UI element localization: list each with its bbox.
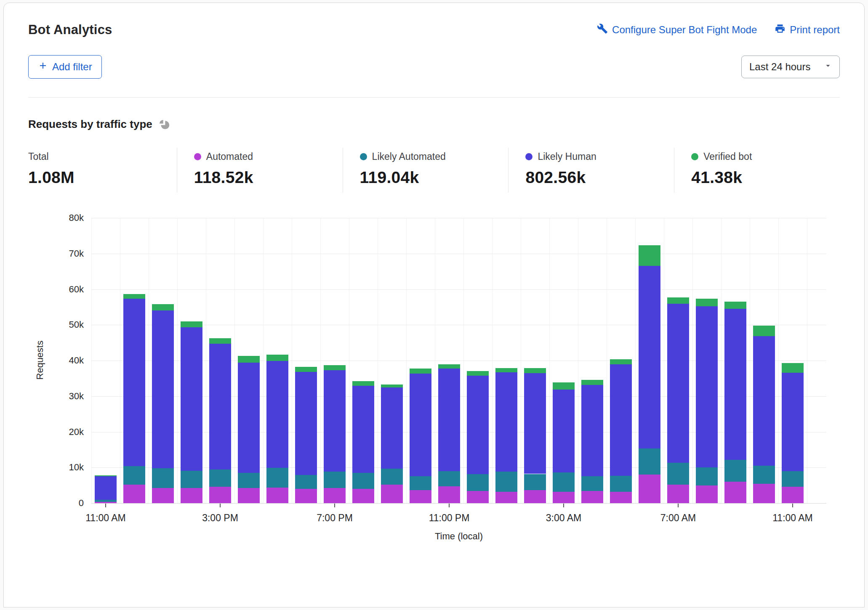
bar-segment-likely-human[interactable]: [581, 385, 603, 477]
bar-segment-likely-human[interactable]: [639, 266, 660, 448]
bar-segment-automated[interactable]: [467, 491, 489, 503]
bar-segment-verified-bot[interactable]: [95, 475, 117, 476]
bar-segment-likely-human[interactable]: [696, 306, 718, 467]
bar-segment-likely-automated[interactable]: [753, 466, 775, 484]
bar-segment-likely-automated[interactable]: [324, 472, 346, 488]
bar-segment-verified-bot[interactable]: [238, 356, 260, 363]
bar-segment-verified-bot[interactable]: [782, 363, 804, 373]
bar-segment-verified-bot[interactable]: [753, 326, 775, 336]
bar-segment-verified-bot[interactable]: [553, 382, 575, 390]
bar-segment-automated[interactable]: [324, 488, 346, 503]
bar-segment-likely-automated[interactable]: [495, 472, 517, 491]
bar-segment-likely-automated[interactable]: [352, 473, 374, 489]
bar-segment-automated[interactable]: [753, 484, 775, 503]
bar-segment-verified-bot[interactable]: [295, 367, 317, 372]
bar-segment-likely-automated[interactable]: [581, 476, 603, 491]
bar-segment-likely-automated[interactable]: [639, 448, 660, 475]
bar-segment-likely-automated[interactable]: [181, 471, 202, 488]
bar-segment-verified-bot[interactable]: [524, 368, 546, 373]
bar-segment-automated[interactable]: [610, 492, 632, 503]
bar-segment-likely-human[interactable]: [181, 327, 202, 471]
bar-segment-verified-bot[interactable]: [324, 365, 346, 370]
bar-segment-likely-automated[interactable]: [438, 471, 460, 486]
bar-segment-likely-automated[interactable]: [553, 472, 575, 492]
bar-segment-automated[interactable]: [381, 485, 403, 503]
stat-likely-automated[interactable]: Likely Automated 119.04k: [343, 148, 509, 193]
bar-segment-likely-human[interactable]: [553, 390, 575, 472]
bar-segment-verified-bot[interactable]: [724, 302, 746, 309]
stat-automated[interactable]: Automated 118.52k: [177, 148, 343, 193]
bar-segment-automated[interactable]: [667, 485, 689, 503]
bar-segment-automated[interactable]: [581, 491, 603, 503]
bar-segment-likely-human[interactable]: [610, 364, 632, 475]
bar-segment-automated[interactable]: [524, 490, 546, 503]
bar-segment-verified-bot[interactable]: [266, 355, 288, 361]
bar-segment-likely-automated[interactable]: [295, 475, 317, 489]
bar-segment-automated[interactable]: [152, 488, 174, 503]
bar-segment-likely-human[interactable]: [238, 363, 260, 473]
bar-segment-verified-bot[interactable]: [667, 297, 689, 304]
bar-segment-likely-human[interactable]: [381, 387, 403, 468]
bar-segment-verified-bot[interactable]: [610, 359, 632, 365]
bar-segment-verified-bot[interactable]: [209, 338, 231, 344]
bar-segment-automated[interactable]: [266, 488, 288, 503]
configure-super-bot-fight-mode-link[interactable]: Configure Super Bot Fight Mode: [597, 23, 757, 37]
bar-segment-automated[interactable]: [782, 487, 804, 503]
bar-segment-verified-bot[interactable]: [123, 294, 145, 299]
bar-segment-automated[interactable]: [123, 485, 145, 503]
bar-segment-likely-human[interactable]: [782, 373, 804, 471]
bar-segment-likely-human[interactable]: [495, 372, 517, 472]
bar-segment-likely-automated[interactable]: [610, 476, 632, 492]
bar-segment-automated[interactable]: [410, 490, 431, 503]
bar-segment-likely-automated[interactable]: [152, 468, 174, 488]
bar-segment-automated[interactable]: [95, 502, 117, 503]
bar-segment-likely-human[interactable]: [123, 299, 145, 466]
bar-segment-automated[interactable]: [238, 488, 260, 503]
bar-segment-likely-automated[interactable]: [724, 460, 746, 482]
bar-segment-likely-human[interactable]: [410, 374, 431, 476]
bar-segment-automated[interactable]: [438, 486, 460, 503]
bar-segment-likely-human[interactable]: [266, 361, 288, 468]
bar-segment-likely-human[interactable]: [95, 476, 117, 500]
bar-segment-automated[interactable]: [352, 489, 374, 503]
bar-segment-likely-automated[interactable]: [667, 463, 689, 485]
bar-segment-likely-automated[interactable]: [467, 474, 489, 491]
bar-segment-verified-bot[interactable]: [410, 369, 431, 374]
bar-segment-verified-bot[interactable]: [352, 381, 374, 386]
print-report-link[interactable]: Print report: [775, 23, 840, 37]
bar-segment-automated[interactable]: [181, 488, 202, 503]
bar-segment-likely-human[interactable]: [209, 344, 231, 469]
bar-segment-verified-bot[interactable]: [438, 364, 460, 369]
bar-segment-automated[interactable]: [295, 489, 317, 503]
bar-segment-likely-human[interactable]: [467, 376, 489, 475]
bar-segment-likely-human[interactable]: [524, 373, 546, 474]
time-range-dropdown[interactable]: Last 24 hours: [741, 56, 840, 78]
bar-segment-likely-automated[interactable]: [782, 471, 804, 487]
bar-segment-automated[interactable]: [696, 485, 718, 503]
bar-segment-likely-automated[interactable]: [238, 473, 260, 488]
bar-segment-automated[interactable]: [553, 492, 575, 503]
bar-segment-verified-bot[interactable]: [467, 371, 489, 375]
bar-segment-likely-automated[interactable]: [123, 466, 145, 485]
stat-likely-human[interactable]: Likely Human 802.56k: [508, 148, 674, 193]
requests-by-traffic-type-chart[interactable]: 010k20k30k40k50k60k70k80k11:00 AM3:00 PM…: [28, 212, 840, 544]
bar-segment-verified-bot[interactable]: [581, 380, 603, 385]
bar-segment-verified-bot[interactable]: [495, 368, 517, 372]
bar-segment-automated[interactable]: [724, 482, 746, 503]
bar-segment-verified-bot[interactable]: [381, 385, 403, 388]
bar-segment-likely-automated[interactable]: [524, 474, 546, 491]
bar-segment-verified-bot[interactable]: [696, 299, 718, 306]
add-filter-button[interactable]: Add filter: [28, 55, 102, 79]
stat-verified-bot[interactable]: Verified bot 41.38k: [674, 148, 840, 193]
bar-segment-likely-automated[interactable]: [209, 469, 231, 487]
bar-segment-likely-human[interactable]: [352, 386, 374, 473]
bar-segment-likely-human[interactable]: [724, 309, 746, 459]
bar-segment-likely-automated[interactable]: [696, 467, 718, 485]
bar-segment-likely-automated[interactable]: [95, 500, 117, 501]
bar-segment-verified-bot[interactable]: [639, 245, 660, 266]
bar-segment-verified-bot[interactable]: [152, 304, 174, 310]
bar-segment-automated[interactable]: [209, 487, 231, 503]
bar-segment-verified-bot[interactable]: [181, 321, 202, 327]
bar-segment-automated[interactable]: [639, 475, 660, 503]
bar-segment-likely-human[interactable]: [152, 310, 174, 468]
